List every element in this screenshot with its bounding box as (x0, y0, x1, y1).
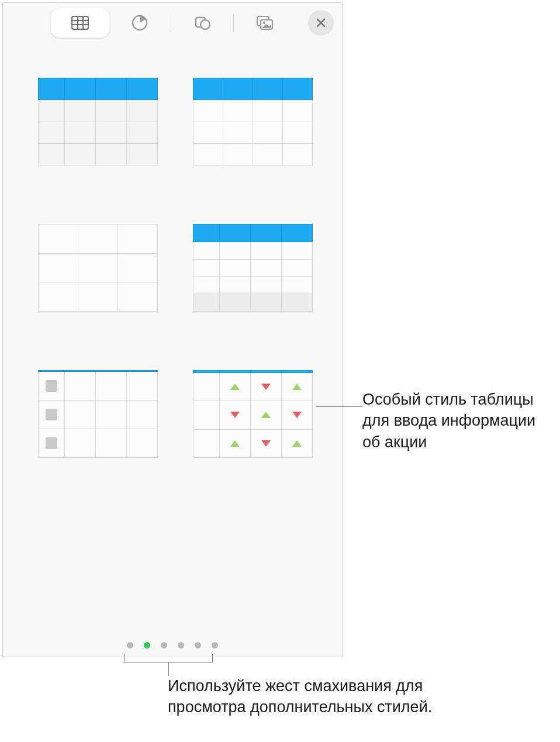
table-preview (193, 370, 313, 458)
svg-rect-0 (72, 16, 88, 29)
table-preview (38, 224, 158, 312)
table-preview (38, 78, 158, 165)
svg-point-7 (201, 20, 210, 29)
table-preview (193, 78, 313, 165)
page-dot-2[interactable] (144, 642, 150, 648)
page-dot-5[interactable] (195, 642, 201, 648)
insert-toolbar (3, 3, 342, 45)
table-style-checklist[interactable] (38, 370, 158, 458)
table-preview (38, 370, 158, 458)
checkbox-icon (46, 437, 57, 449)
table-style-blue-header-basic[interactable] (38, 78, 158, 165)
tab-shape[interactable] (172, 8, 232, 38)
page-dot-3[interactable] (161, 642, 167, 648)
shape-icon (192, 13, 212, 33)
callout-text: Используйте жест смахивания для просмотр… (168, 677, 432, 716)
checkbox-icon (46, 380, 57, 392)
media-icon (255, 13, 275, 33)
page-dots (3, 642, 342, 648)
separator (171, 14, 171, 32)
callout-bracket (124, 654, 213, 662)
callout-stock-style: Особый стиль таблицы для ввода информаци… (362, 389, 555, 453)
table-preview (193, 224, 313, 312)
tab-chart[interactable] (110, 8, 170, 38)
separator (233, 14, 234, 32)
arrow-up-icon (292, 384, 302, 390)
table-style-plain-grid[interactable] (38, 224, 158, 312)
arrow-down-icon (261, 440, 271, 447)
arrow-up-icon (230, 384, 240, 390)
insert-type-segmented (50, 8, 295, 38)
tab-table[interactable] (50, 8, 110, 38)
chart-icon (130, 13, 150, 33)
arrow-up-icon (261, 412, 271, 418)
table-styles-grid (3, 45, 342, 458)
close-icon (316, 18, 326, 28)
table-style-blue-header-footer[interactable] (193, 224, 313, 312)
callout-leader-line (316, 406, 362, 407)
callout-text: Особый стиль таблицы для ввода информаци… (362, 391, 535, 451)
checkbox-icon (46, 409, 57, 420)
arrow-up-icon (230, 440, 240, 447)
page-dot-1[interactable] (127, 642, 133, 648)
table-style-stock-arrows[interactable] (193, 370, 313, 458)
arrow-up-icon (292, 440, 302, 447)
svg-point-10 (263, 22, 265, 24)
arrow-down-icon (230, 412, 240, 418)
page-dot-6[interactable] (212, 642, 218, 648)
page-dot-4[interactable] (178, 642, 184, 648)
callout-swipe: Используйте жест смахивания для просмотр… (168, 675, 437, 718)
table-icon (70, 13, 90, 33)
table-style-blue-header-equal[interactable] (193, 78, 313, 165)
arrow-down-icon (292, 412, 302, 418)
insert-panel (2, 2, 343, 657)
tab-media[interactable] (235, 8, 295, 38)
close-button[interactable] (308, 10, 334, 36)
arrow-down-icon (261, 384, 271, 390)
